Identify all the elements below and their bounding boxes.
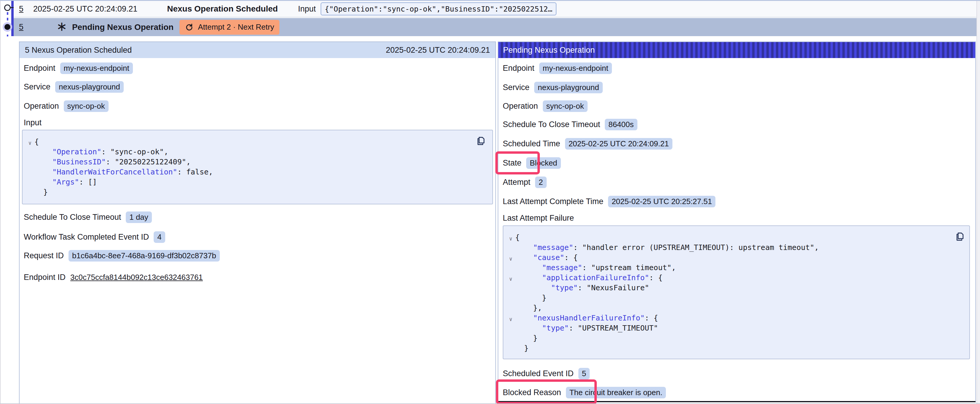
field-value-chip: my-nexus-endpoint (60, 62, 133, 74)
field-endpoint-id: Endpoint ID 3c0c75ccfa8144b092c13ce63246… (24, 271, 203, 284)
code-gutter (25, 178, 34, 189)
code-line: "HandlerWaitForCancellation": false, (25, 167, 489, 177)
code-text: "nexusHandlerFailureInfo": { (515, 313, 658, 323)
field-label: Last Attempt Complete Time (503, 197, 603, 206)
field-label: Service (503, 83, 530, 92)
field-label: Operation (24, 101, 59, 111)
timeline-current-dot-icon (5, 24, 10, 30)
field-value-chip: 86400s (605, 119, 637, 130)
input-section-label: Input (24, 118, 41, 127)
code-text: "type": "UPSTREAM_TIMEOUT" (515, 323, 658, 333)
code-text: { (34, 137, 39, 147)
event-detail-header: 5 Nexus Operation Scheduled 2025-02-25 U… (19, 42, 495, 58)
endpoint-id-link[interactable]: 3c0c75ccfa8144b092c13ce632463761 (70, 273, 203, 282)
code-gutter (25, 158, 34, 168)
collapse-chevron-icon[interactable]: ∨ (506, 274, 515, 284)
selected-events-bar (11, 1, 14, 36)
code-line: } (506, 293, 966, 303)
field-label: Endpoint (503, 64, 535, 73)
code-gutter (506, 264, 515, 274)
timeline-open-dot-icon (4, 5, 11, 11)
field-attempt: Attempt 2 (503, 175, 547, 189)
workflow-history-view: 5 2025-02-25 UTC 20:24:09.21 Nexus Opera… (0, 0, 980, 404)
retry-badge: Attempt 2 · Next Retry (180, 20, 279, 35)
code-text: "Operation": "sync-op-ok", (34, 147, 169, 157)
code-text: } (34, 187, 48, 197)
field-label: Scheduled Time (503, 139, 560, 148)
field-operation: Operation sync-op-ok (503, 99, 588, 113)
code-text: "message": "upstream timeout", (515, 263, 676, 273)
code-gutter (506, 284, 515, 294)
code-gutter (506, 324, 515, 334)
code-text: "BusinessID": "20250225122409", (34, 157, 191, 167)
code-line: } (506, 333, 966, 343)
code-text: } (515, 293, 546, 303)
event-timestamp: 2025-02-25 UTC 20:24:09.21 (33, 5, 137, 14)
field-label: Operation (503, 101, 538, 111)
window-edge (0, 1, 1, 404)
field-schedule-to-close-timeout: Schedule To Close Timeout 86400s (503, 117, 637, 131)
event-row-nexus-operation-scheduled[interactable]: 5 2025-02-25 UTC 20:24:09.21 Nexus Opera… (14, 1, 977, 17)
field-label: Scheduled Event ID (503, 369, 574, 378)
scrollbar-gutter[interactable] (977, 1, 980, 404)
field-label: Attempt (503, 178, 530, 187)
input-label: Input (298, 5, 316, 14)
field-value-chip: nexus-playground (55, 81, 124, 93)
code-line: "BusinessID": "20250225122409", (25, 157, 489, 167)
annotation-blocked-reason-highlight (496, 379, 597, 404)
event-title: Nexus Operation Scheduled (167, 4, 278, 14)
timeline-connector (11, 7, 14, 8)
code-line: "Args": [] (25, 177, 489, 187)
field-value-chip: sync-op-ok (543, 100, 588, 112)
field-value-chip: 2025-02-25 UTC 20:24:09.21 (565, 138, 672, 150)
code-gutter (506, 334, 515, 344)
code-line: "message": "handler error (UPSTREAM_TIME… (506, 242, 966, 253)
event-id-link[interactable]: 5 (19, 5, 33, 14)
code-line: ∨ "applicationFailureInfo": { (506, 273, 966, 283)
field-endpoint: Endpoint my-nexus-endpoint (503, 61, 612, 75)
code-text: } (515, 333, 538, 343)
input-preview-chip[interactable]: {"Operation":"sync-op-ok","BusinessID":"… (321, 2, 557, 16)
field-scheduled-time: Scheduled Time 2025-02-25 UTC 20:24:09.2… (503, 137, 672, 151)
code-line: ∨{ (25, 137, 489, 147)
field-value-chip: 2 (535, 176, 546, 188)
code-line: ∨{ (506, 233, 966, 242)
code-line: ∨ "nexusHandlerFailureInfo": { (506, 313, 966, 323)
code-text: "Args": [] (34, 177, 97, 187)
field-endpoint: Endpoint my-nexus-endpoint (24, 61, 133, 75)
collapse-chevron-icon[interactable]: ∨ (25, 138, 34, 148)
code-text: } (515, 343, 528, 353)
code-gutter (506, 344, 515, 355)
field-label: Endpoint ID (24, 273, 65, 282)
retry-icon (185, 23, 194, 32)
field-value-chip: my-nexus-endpoint (539, 62, 612, 74)
last-attempt-failure-label: Last Attempt Failure (503, 214, 574, 223)
field-service: Service nexus-playground (503, 81, 603, 94)
field-scheduled-event-id: Scheduled Event ID 5 (503, 367, 590, 380)
code-text: { (515, 233, 520, 242)
failure-json-viewer: ∨{ "message": "handler error (UPSTREAM_T… (503, 225, 970, 359)
annotation-state-highlight (495, 151, 540, 174)
field-value-chip: b1c6a4bc-8ee7-468a-9169-df3b02c8737b (68, 250, 220, 261)
code-line: }, (506, 303, 966, 313)
event-row-pending-nexus-operation[interactable]: 5 ∗ Pending Nexus Operation Attempt 2 · … (14, 18, 977, 36)
code-text: "applicationFailureInfo": { (515, 273, 663, 283)
pending-operation-title: Pending Nexus Operation (503, 46, 595, 55)
event-id-link[interactable]: 5 (19, 22, 33, 32)
pending-asterisk-icon: ∗ (56, 20, 67, 33)
code-line: "type": "UPSTREAM_TIMEOUT" (506, 323, 966, 333)
code-gutter (506, 294, 515, 304)
code-text: "type": "NexusFailure" (515, 283, 649, 293)
collapse-chevron-icon[interactable]: ∨ (506, 234, 515, 244)
field-label: Endpoint (24, 64, 56, 73)
code-text: "HandlerWaitForCancellation": false, (34, 167, 213, 177)
copy-icon[interactable] (476, 136, 486, 146)
event-title: Pending Nexus Operation (72, 22, 173, 32)
field-label: Schedule To Close Timeout (24, 213, 121, 222)
field-value-chip: 1 day (126, 211, 152, 223)
collapse-chevron-icon[interactable]: ∨ (506, 314, 515, 324)
code-line: "type": "NexusFailure" (506, 283, 966, 293)
copy-icon[interactable] (955, 231, 965, 242)
collapse-chevron-icon[interactable]: ∨ (506, 254, 515, 264)
field-value-chip: 2025-02-25 UTC 20:25:27.51 (608, 196, 716, 208)
